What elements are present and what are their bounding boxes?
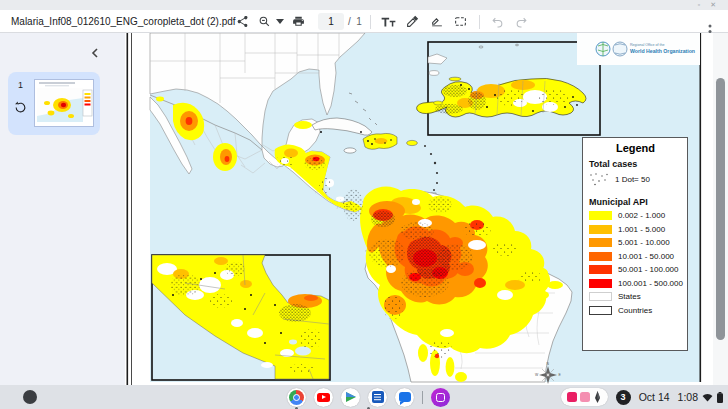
legend-states-swatch <box>589 292 612 301</box>
rotate-page-icon[interactable] <box>14 100 28 114</box>
page-thumbnail-image[interactable] <box>34 79 94 127</box>
page-total-label: / 1 <box>348 16 362 27</box>
legend-dot-label: 1 Dot= 50 <box>615 175 650 184</box>
signature-icon[interactable] <box>425 12 449 32</box>
legend-states-row: States <box>589 290 682 304</box>
notification-counter[interactable]: 3 <box>616 390 631 405</box>
window-controls[interactable]: ▫ ✕ <box>698 1 720 9</box>
scrollbar-track[interactable] <box>713 33 728 385</box>
legend-class-row: 100.001 - 500.000 <box>589 277 682 291</box>
legend-total-cases-label: Total cases <box>589 159 682 169</box>
thumbnail-page-number: 1 <box>18 80 23 90</box>
legend-class-row: 1.001 - 5.000 <box>589 223 682 237</box>
pdf-page[interactable]: Regional Office of the World Health Orga… <box>125 33 713 385</box>
legend-dot-sample: 1 Dot= 50 <box>589 171 682 187</box>
legend-swatch <box>589 265 612 274</box>
share-icon[interactable] <box>230 12 254 32</box>
legend-class-label: 10.001 - 50.000 <box>618 252 674 261</box>
pdf-toolbar: Malaria_Inf08_012610_ENG_coropleta_dot (… <box>0 10 728 33</box>
thumbnail-sidebar: 1 <box>0 33 125 385</box>
undo-icon[interactable] <box>486 12 510 32</box>
pdf-filename: Malaria_Inf08_012610_ENG_coropleta_dot (… <box>11 16 236 27</box>
battery-icon <box>717 392 723 403</box>
map-legend: Legend Total cases 1 Dot= 50 Municipal A… <box>582 137 688 351</box>
wifi-icon <box>702 393 713 402</box>
stylus-icon <box>593 391 602 403</box>
zoom-caret-icon[interactable] <box>274 12 286 32</box>
shelf-date[interactable]: Oct 14 <box>639 391 670 403</box>
svg-text:World Health Organization: World Health Organization <box>630 48 695 54</box>
shelf-app-dock <box>287 387 450 407</box>
status-area[interactable]: 1:08 <box>678 391 723 403</box>
launcher-button[interactable] <box>23 390 37 404</box>
legend-swatch <box>589 252 612 261</box>
legend-class-row: 10.001 - 50.000 <box>589 250 682 264</box>
notification-app-icon <box>567 392 577 402</box>
dock-divider <box>422 391 423 404</box>
window-top-strip: ▫ ✕ <box>0 0 728 10</box>
collapse-sidebar-icon[interactable] <box>89 45 103 59</box>
gallery-app-icon[interactable] <box>431 388 450 407</box>
notification-pill[interactable] <box>561 388 608 406</box>
print-icon[interactable] <box>286 12 310 32</box>
legend-countries-swatch <box>589 306 612 315</box>
google-play-icon[interactable] <box>341 388 360 407</box>
legend-swatch <box>589 238 612 247</box>
legend-states-label: States <box>618 292 641 301</box>
legend-municipal-api-label: Municipal API <box>589 197 682 207</box>
legend-class-label: 1.001 - 5.000 <box>618 225 665 234</box>
docs-app-icon[interactable] <box>368 388 387 407</box>
legend-class-row: 5.001 - 10.000 <box>589 236 682 250</box>
page-number-input[interactable]: 1 <box>318 13 344 30</box>
zoom-icon[interactable] <box>254 12 274 32</box>
legend-countries-label: Countries <box>618 306 652 315</box>
draw-pen-icon[interactable] <box>401 12 425 32</box>
notification-app-icon <box>580 392 590 402</box>
dot-sample-icon <box>589 172 611 186</box>
status-tray: 3 Oct 14 1:08 <box>561 387 723 407</box>
chromeos-shelf: 3 Oct 14 1:08 <box>0 385 728 409</box>
legend-title: Legend <box>589 142 682 154</box>
legend-class-row: 0.002 - 1.000 <box>589 209 682 223</box>
legend-swatch <box>589 279 612 288</box>
text-annotation-icon[interactable] <box>377 12 401 32</box>
redo-icon[interactable] <box>510 12 534 32</box>
form-field-icon[interactable] <box>449 12 473 32</box>
legend-class-label: 100.001 - 500.000 <box>618 279 683 288</box>
toolbar-actions: 1 / 1 <box>230 10 534 33</box>
toolbar-divider <box>479 15 480 29</box>
legend-countries-row: Countries <box>589 304 682 318</box>
legend-class-label: 50.001 - 100.000 <box>618 265 679 274</box>
shelf-time: 1:08 <box>678 391 698 403</box>
chrome-icon[interactable] <box>287 388 306 407</box>
chat-app-icon[interactable] <box>395 388 414 407</box>
youtube-icon[interactable] <box>314 388 333 407</box>
svg-text:Regional Office of the: Regional Office of the <box>630 43 665 47</box>
toolbar-divider <box>370 15 371 29</box>
page-thumbnail-card[interactable]: 1 <box>8 72 100 135</box>
legend-class-label: 5.001 - 10.000 <box>618 238 670 247</box>
legend-swatch <box>589 211 612 220</box>
legend-class-label: 0.002 - 1.000 <box>618 211 665 220</box>
who-logo: Regional Office of the World Health Orga… <box>577 33 700 65</box>
inset-central-america <box>152 255 330 380</box>
scrollbar-thumb[interactable] <box>716 78 725 340</box>
inset-hispaniola <box>417 42 600 135</box>
legend-swatch <box>589 225 612 234</box>
legend-class-row: 50.001 - 100.000 <box>589 263 682 277</box>
